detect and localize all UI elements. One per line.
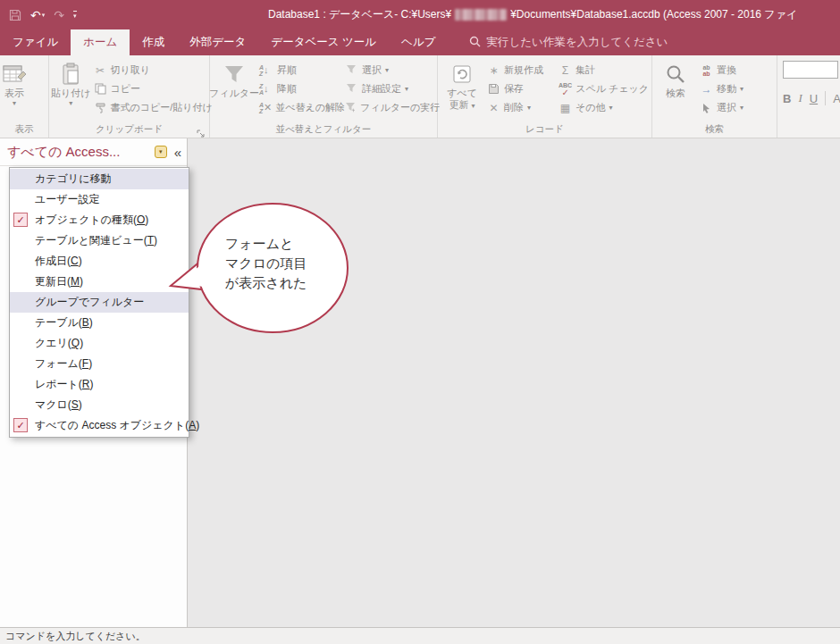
font-color-button[interactable]: A [833, 92, 840, 105]
selection-funnel-icon [345, 63, 358, 77]
select-button[interactable]: 選択 ▾ [697, 98, 769, 117]
ribbon-group-views: 表示 ▾ 表示 [0, 55, 49, 138]
sort-filter-group-label: 並べ替えとフィルター [210, 123, 437, 136]
ribbon-group-find: 検索 abab 置換 → 移動 ▾ 選択 ▾ 検索 [652, 55, 777, 138]
menu-item-created-date[interactable]: 作成日(C) [10, 251, 189, 272]
title-bar: ↶▾ ↷ ▾ Database1 : データベース- C:¥Users¥ ¥Do… [0, 0, 840, 29]
descending-button[interactable]: ZA↓ 降順 [256, 79, 342, 98]
records-group-label: レコード [438, 123, 651, 136]
filter-buttons: 選択 ▾ 詳細設定 ▾ フィルターの実行 [342, 57, 437, 117]
filter-funnel-icon [223, 61, 246, 88]
undo-button[interactable]: ↶▾ [30, 9, 45, 21]
checkmark-icon: ✓ [13, 213, 28, 227]
ribbon-group-sort-filter: フィルター AZ↓ 昇順 ZA↓ 降順 AZ✕ 並べ替えの解除 選択 ▾ [210, 55, 438, 138]
undo-dropdown-icon[interactable]: ▾ [42, 9, 46, 21]
menu-item-tables[interactable]: テーブル(B) [10, 313, 189, 333]
save-icon[interactable] [9, 9, 21, 21]
menu-item-tables-and-related-views[interactable]: テーブルと関連ビュー(T) [10, 230, 189, 251]
remove-sort-button[interactable]: AZ✕ 並べ替えの解除 [256, 98, 342, 117]
status-message: コマンドを入力してください。 [5, 630, 146, 643]
paste-dropdown-icon: ▾ [69, 99, 72, 107]
clipboard-small-buttons: ✂ 切り取り コピー 書式のコピー/貼り付け [91, 57, 215, 117]
copy-icon [94, 82, 107, 96]
menu-item-forms[interactable]: フォーム(F) [10, 354, 189, 374]
menu-item-object-type[interactable]: ✓ オブジェクトの種類(O) [10, 210, 189, 230]
delete-record-button[interactable]: ✕ 削除 ▾ [484, 98, 556, 117]
view-dropdown-icon: ▾ [13, 99, 16, 107]
spelling-button[interactable]: ABC✓ スペル チェック [556, 79, 645, 98]
tab-external-data[interactable]: 外部データ [177, 29, 258, 55]
sort-buttons: AZ↓ 昇順 ZA↓ 降順 AZ✕ 並べ替えの解除 [256, 57, 342, 117]
more-button[interactable]: ▦ その他 ▾ [556, 98, 645, 117]
new-record-button[interactable]: ∗ 新規作成 [484, 61, 556, 79]
tab-create[interactable]: 作成 [130, 29, 177, 55]
bold-button[interactable]: B [783, 92, 791, 105]
tab-file[interactable]: ファイル [0, 29, 71, 55]
nav-pane-header[interactable]: すべての Access... ▾ « [0, 138, 187, 166]
tab-home[interactable]: ホーム [71, 29, 130, 55]
customize-qat-icon[interactable]: ▾ [73, 11, 77, 20]
spell-check-icon: ABC✓ [559, 82, 572, 96]
redacted-username [455, 9, 507, 21]
menu-item-all-access-objects[interactable]: ✓ すべての Access オブジェクト(A) [10, 415, 189, 436]
save-record-button[interactable]: 保存 [484, 79, 556, 98]
replace-icon: abab [700, 64, 713, 77]
quick-access-toolbar: ↶▾ ↷ ▾ [0, 9, 77, 21]
italic-button[interactable]: I [798, 91, 802, 105]
menu-item-modified-date[interactable]: 更新日(M) [10, 272, 189, 292]
filter-button[interactable]: フィルター [212, 57, 256, 99]
ribbon-group-text-formatting: B I U A ▾ [777, 55, 840, 138]
remove-sort-icon: AZ✕ [259, 102, 272, 114]
menu-item-reports[interactable]: レポート(R) [10, 374, 189, 395]
ribbon-group-clipboard: 貼り付け ▾ ✂ 切り取り コピー 書式のコピー/貼り付け クリップボード [49, 55, 210, 138]
scissors-icon: ✂ [94, 63, 107, 77]
cut-button[interactable]: ✂ 切り取り [91, 61, 215, 79]
menu-header-filter-by-group: グループでフィルター [10, 292, 189, 313]
menu-item-custom[interactable]: ユーザー設定 [10, 189, 189, 210]
datasheet-view-icon [2, 61, 27, 88]
sort-ascending-icon: AZ↓ [259, 64, 273, 77]
clipboard-group-label: クリップボード [49, 123, 209, 136]
save-record-icon [487, 82, 500, 96]
goto-arrow-icon: → [700, 82, 713, 96]
nav-pane-title[interactable]: すべての Access... [7, 144, 155, 161]
menu-item-queries[interactable]: クエリ(Q) [10, 333, 189, 354]
records-small-buttons-2: Σ 集計 ABC✓ スペル チェック ▦ その他 ▾ [556, 57, 645, 117]
tell-me-search[interactable]: 実行したい作業を入力してください [469, 29, 668, 55]
format-painter-icon [94, 101, 107, 114]
find-group-label: 検索 [652, 123, 777, 136]
redo-button[interactable]: ↷ [54, 9, 64, 21]
paste-button[interactable]: 貼り付け ▾ [51, 57, 91, 107]
nav-pane-dropdown-icon[interactable]: ▾ [155, 146, 167, 158]
delete-icon: ✕ [487, 101, 500, 114]
sort-descending-icon: ZA↓ [259, 83, 273, 96]
status-bar: コマンドを入力してください。 [0, 627, 840, 644]
goto-button[interactable]: → 移動 ▾ [697, 79, 769, 98]
find-button[interactable]: 検索 [654, 57, 697, 99]
new-record-icon: ∗ [487, 63, 500, 77]
advanced-funnel-icon [345, 82, 358, 96]
sigma-icon: Σ [559, 63, 572, 77]
replace-button[interactable]: abab 置換 [697, 61, 769, 79]
font-name-combobox[interactable] [783, 61, 838, 79]
advanced-filter-button[interactable]: 詳細設定 ▾ [342, 79, 437, 98]
refresh-all-button[interactable]: すべて 更新 ▾ [440, 57, 484, 112]
view-button[interactable]: 表示 ▾ [2, 57, 27, 107]
find-small-buttons: abab 置換 → 移動 ▾ 選択 ▾ [697, 57, 769, 117]
selection-button[interactable]: 選択 ▾ [342, 61, 437, 79]
toggle-filter-button[interactable]: フィルターの実行 [342, 98, 437, 117]
tab-help[interactable]: ヘルプ [389, 29, 448, 55]
format-painter-button[interactable]: 書式のコピー/貼り付け [91, 98, 215, 117]
menu-header-navigate-to-category: カテゴリに移動 [10, 169, 189, 189]
tell-me-label: 実行したい作業を入力してください [486, 35, 668, 50]
menu-item-macros[interactable]: マクロ(S) [10, 395, 189, 415]
shutter-bar-collapse-button[interactable]: « [174, 145, 181, 160]
paste-icon [61, 61, 80, 88]
views-group-label: 表示 [0, 123, 48, 136]
clipboard-dialog-launcher-icon[interactable] [197, 126, 206, 135]
underline-button[interactable]: U [810, 92, 818, 105]
copy-button[interactable]: コピー [91, 79, 215, 98]
tab-database-tools[interactable]: データベース ツール [258, 29, 389, 55]
totals-button[interactable]: Σ 集計 [556, 61, 645, 79]
ascending-button[interactable]: AZ↓ 昇順 [256, 61, 342, 79]
